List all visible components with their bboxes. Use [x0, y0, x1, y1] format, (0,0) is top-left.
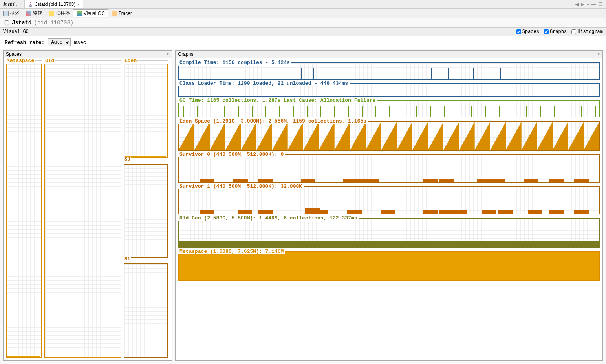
- old-fill: [46, 357, 120, 357]
- checkbox-histogram-input[interactable]: [571, 29, 576, 34]
- spaces-header: Spaces ×: [4, 51, 172, 58]
- eden-chart: [124, 64, 168, 158]
- tracer-icon: [112, 11, 117, 16]
- panels: Spaces × Metaspace Old Eden: [0, 49, 606, 364]
- eden-chart: [178, 121, 600, 151]
- window-controls: ◀ ▶ ▾ — ❐: [575, 2, 606, 7]
- process-name: Jstatd: [12, 20, 31, 26]
- compile-label: Compile Time: 1156 compiles - 5.424s: [178, 60, 291, 66]
- graph-eden: Eden Space (1.291G, 3.000M): 2.556M, 115…: [178, 118, 600, 151]
- graph-compile: Compile Time: 1156 compiles - 5.424s: [178, 60, 600, 80]
- toolbar-monitor[interactable]: 监视: [23, 9, 46, 17]
- graph-gc: GC Time: 1165 collections, 1.287s Last C…: [178, 97, 600, 117]
- graphs-header: Graphs ×: [176, 51, 602, 58]
- toolbar-visualgc[interactable]: Visual GC: [73, 9, 108, 17]
- s1-title: S1: [124, 256, 131, 262]
- spaces-body: Metaspace Old Eden S0 S: [4, 58, 172, 360]
- metaspace-chart: [178, 251, 600, 281]
- space-old: Old: [44, 60, 121, 358]
- graph-classloader: Class Loader Time: 1290 loaded, 22 unloa…: [178, 80, 600, 97]
- graph-s1: Survivor 1 (440.500M, 512.000K): 32.000K: [178, 183, 600, 214]
- checkbox-graphs-input[interactable]: [544, 29, 549, 34]
- tab-start-label: 起始页: [3, 1, 17, 7]
- app-title: Jstatd (pid 110703): [0, 18, 606, 27]
- metaspace-label: Metaspace (1.008G, 7.625M): 7.146M: [178, 249, 285, 254]
- menu-dropdown-icon[interactable]: ▾: [587, 2, 589, 7]
- s1-chart: [178, 186, 600, 214]
- refresh-row: Refresh rate: Auto msec.: [0, 36, 606, 49]
- graph-s0: Survivor 0 (440.500M, 512.000K): 0: [178, 152, 600, 183]
- visualgc-icon: [77, 11, 82, 16]
- view-toolbar: 概述 监视 抽样器 Visual GC Tracer: [0, 9, 606, 18]
- process-pid: (pid 110703): [34, 20, 73, 26]
- toolbar-tracer[interactable]: Tracer: [108, 10, 135, 17]
- editor-tabs: 起始页 × Jstatd (pid 110703) × ◀ ▶ ▾ — ❐: [0, 0, 606, 9]
- checkbox-histogram[interactable]: Histogram: [571, 29, 603, 35]
- eden-label: Eden Space (1.291G, 3.000M): 2.556M, 115…: [178, 118, 368, 124]
- nav-left-icon[interactable]: ◀: [575, 2, 579, 7]
- old-label: Old Gen (2.583G, 5.500M): 1.446M, 6 coll…: [178, 215, 359, 221]
- checkbox-spaces[interactable]: Spaces: [516, 29, 539, 35]
- checkbox-graphs[interactable]: Graphs: [544, 29, 567, 35]
- minimize-icon[interactable]: —: [591, 2, 596, 7]
- eden-fill: [125, 156, 166, 157]
- monitor-icon: [26, 11, 31, 16]
- toolbar-overview[interactable]: 概述: [0, 9, 23, 17]
- space-metaspace: Metaspace: [6, 60, 42, 358]
- close-icon[interactable]: ×: [77, 2, 79, 7]
- old-chart: [178, 218, 600, 248]
- refresh-select[interactable]: Auto: [48, 38, 71, 46]
- nav-right-icon[interactable]: ▶: [581, 2, 584, 7]
- svg-point-0: [29, 5, 32, 6]
- metaspace-fill: [179, 252, 599, 280]
- panel-bar: Visual GC Spaces Graphs Histogram: [0, 27, 606, 36]
- space-eden-group: Eden S0 S1: [124, 60, 168, 358]
- tab-jstatd[interactable]: Jstatd (pid 110703) ×: [25, 0, 83, 8]
- metaspace-fill: [7, 356, 40, 357]
- tab-start[interactable]: 起始页 ×: [0, 0, 25, 8]
- close-icon[interactable]: ×: [167, 51, 169, 57]
- old-chart: [44, 64, 121, 358]
- refresh-unit: msec.: [74, 40, 89, 46]
- old-fill: [179, 241, 599, 247]
- overview-icon: [3, 11, 9, 16]
- close-icon[interactable]: ×: [597, 51, 600, 57]
- maximize-icon[interactable]: ❐: [599, 2, 603, 7]
- spinner-icon: [4, 20, 9, 26]
- old-title: Old: [44, 58, 55, 64]
- s0-title: S0: [124, 157, 131, 162]
- graphs-body: Compile Time: 1156 compiles - 5.424s Cla…: [176, 58, 602, 360]
- close-icon[interactable]: ×: [19, 2, 21, 7]
- panel-title: Visual GC: [3, 29, 29, 35]
- metaspace-chart: [6, 64, 42, 358]
- graph-old: Old Gen (2.583G, 5.500M): 1.446M, 6 coll…: [178, 215, 600, 248]
- s0-chart: [124, 164, 168, 258]
- spaces-panel: Spaces × Metaspace Old Eden: [3, 50, 172, 361]
- s1-chart: [124, 263, 168, 358]
- classloader-label: Class Loader Time: 1290 loaded, 22 unloa…: [178, 80, 350, 86]
- s1-label: Survivor 1 (440.500M, 512.000K): 32.000K: [178, 183, 304, 189]
- s0-chart: [178, 154, 600, 183]
- sampler-icon: [49, 11, 54, 16]
- tab-jstatd-label: Jstatd (pid 110703): [35, 2, 75, 7]
- graph-metaspace: Metaspace (1.008G, 7.625M): 7.146M: [178, 249, 600, 281]
- graphs-panel: Graphs × Compile Time: 1156 compiles - 5…: [175, 50, 603, 361]
- eden-title: Eden: [124, 58, 137, 64]
- toolbar-sampler[interactable]: 抽样器: [46, 9, 73, 17]
- java-icon: [28, 2, 33, 7]
- refresh-label: Refresh rate:: [5, 40, 44, 46]
- s0-label: Survivor 0 (440.500M, 512.000K): 0: [178, 152, 285, 157]
- gc-label: GC Time: 1165 collections, 1.287s Last C…: [178, 97, 377, 103]
- metaspace-title: Metaspace: [6, 58, 35, 64]
- checkbox-spaces-input[interactable]: [516, 29, 521, 34]
